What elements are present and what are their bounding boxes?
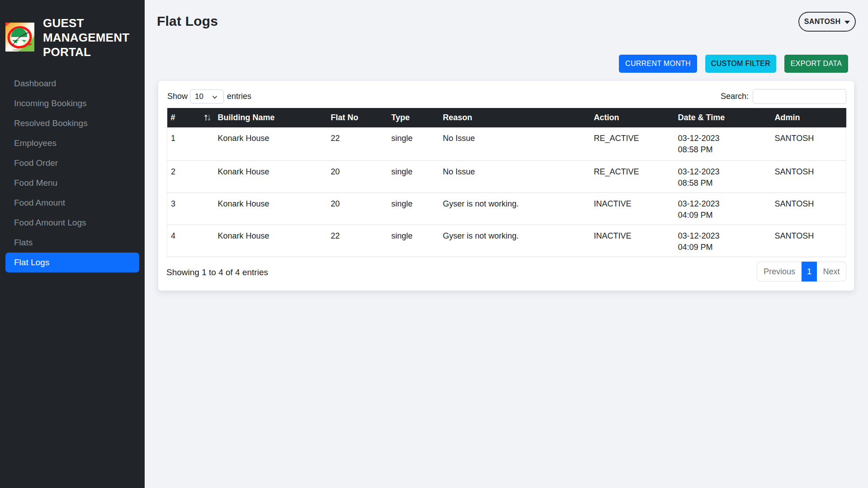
svg-text:Saathi: Saathi (13, 48, 20, 51)
